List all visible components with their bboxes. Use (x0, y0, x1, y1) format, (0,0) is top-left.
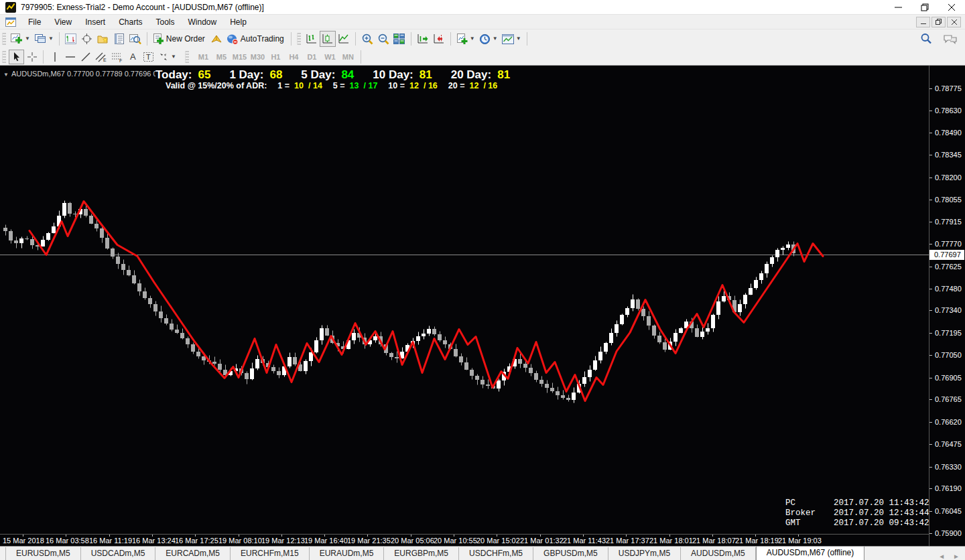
minimize-button[interactable] (885, 0, 911, 14)
timeframe-button-h1[interactable]: H1 (267, 53, 285, 61)
adr-stat: Today:65 (155, 68, 210, 82)
mdi-minimize-button[interactable] (916, 17, 930, 27)
clock-time: 2017.07.20 11:43:42 (834, 498, 929, 508)
time-axis-label: 19 Mar 12:13 (261, 537, 305, 545)
market-watch-button[interactable] (63, 31, 79, 47)
chart-plot-area[interactable] (0, 66, 929, 534)
terminal-button[interactable] (111, 31, 127, 47)
menu-item-insert[interactable]: Insert (78, 15, 112, 29)
timeframe-button-w1[interactable]: W1 (321, 53, 339, 61)
arrows-tool-button[interactable]: ▼ (156, 50, 178, 64)
data-window-button[interactable] (79, 31, 95, 47)
metaeditor-button[interactable] (208, 31, 224, 47)
auto-scroll-button[interactable] (415, 31, 431, 47)
chart-tab-bar: EURUSDm,M5USDCADm,M5EURCADm,M5EURCHFm,M1… (0, 546, 965, 560)
price-axis-tick: 0.77480 (929, 285, 965, 293)
time-axis-tick (109, 535, 110, 537)
timeframe-button-d1[interactable]: D1 (303, 53, 321, 61)
restore-button[interactable] (911, 0, 938, 14)
time-axis-label: 21 Mar 11:43 (563, 537, 606, 545)
vertical-line-button[interactable] (47, 50, 62, 64)
chart-tab-eurchfm-m15[interactable]: EURCHFm,M15 (231, 547, 310, 560)
text-label-button[interactable]: T (141, 50, 156, 64)
timeframe-button-m15[interactable]: M15 (231, 53, 249, 61)
line-chart-button[interactable] (336, 31, 352, 47)
new-order-button[interactable]: New Order (151, 31, 208, 47)
price-axis-tick: 0.77915 (929, 218, 965, 226)
chart-tab-eurgbpm-m5[interactable]: EURGBPm,M5 (384, 547, 459, 560)
menu-item-help[interactable]: Help (223, 15, 253, 29)
price-axis[interactable]: 0.787750.786300.784900.783450.782000.780… (929, 66, 965, 546)
time-axis-label: 20 Mar 15:02 (476, 537, 520, 545)
chart-tab-usdjpym-m5[interactable]: USDJPYm,M5 (608, 547, 681, 560)
tab-scroll-left-icon[interactable]: ◄ (938, 553, 945, 560)
navigator-button[interactable] (95, 31, 111, 47)
tile-windows-button[interactable] (391, 31, 407, 47)
chart-tab-gbpusdm-m5[interactable]: GBPUSDm,M5 (533, 547, 608, 560)
autotrading-button[interactable]: AutoTrading (224, 31, 287, 47)
cursor-button[interactable] (9, 50, 24, 64)
search-icon[interactable] (918, 31, 934, 47)
chart-tab-euraudm-m5[interactable]: EURAUDm,M5 (310, 547, 385, 560)
adr-valid-value: 10 (294, 81, 304, 90)
indicators-button[interactable]: ▼ (454, 31, 477, 47)
mdi-restore-button[interactable] (931, 17, 946, 27)
adr-valid-value: 12 (470, 81, 479, 90)
adr-valid-label: 10 = (388, 81, 405, 90)
trendline-button[interactable] (78, 50, 93, 64)
chart-tab-usdcadm-m5[interactable]: USDCADm,M5 (81, 547, 156, 560)
bar-chart-button[interactable] (304, 31, 320, 47)
templates-button[interactable]: ▼ (500, 31, 523, 47)
time-axis-label: 15 Mar 2018 (3, 537, 44, 545)
adr-stat: 5 Day:84 (301, 68, 354, 82)
periods-button[interactable]: ▼ (477, 31, 500, 47)
new-chart-button[interactable]: ▼ (9, 31, 32, 47)
tab-scroll-right-icon[interactable]: ► (953, 553, 960, 560)
fibonacci-button[interactable]: F (109, 50, 125, 64)
equidistant-channel-button[interactable]: E (93, 50, 109, 64)
crosshair-button[interactable] (24, 50, 40, 64)
adr-stat: 20 Day:81 (451, 68, 510, 82)
menu-item-charts[interactable]: Charts (112, 15, 149, 29)
chart-shift-button[interactable] (431, 31, 447, 47)
text-button[interactable]: A (125, 50, 141, 64)
chart-tab-audusdm-m5[interactable]: AUDUSDm,M5 (681, 547, 756, 560)
chart-tab-eurusdm-m5[interactable]: EURUSDm,M5 (5, 547, 81, 560)
clock-row: Broker2017.07.20 12:43:44 (785, 508, 929, 518)
zoom-out-button[interactable] (375, 31, 391, 47)
mdi-close-button[interactable] (947, 17, 961, 27)
menu-item-view[interactable]: View (48, 15, 78, 29)
time-axis-label: 21 Mar 17:37 (606, 537, 649, 545)
menu-item-window[interactable]: Window (182, 15, 224, 29)
close-button[interactable] (938, 0, 965, 14)
adr-stat-value: 81 (420, 68, 432, 82)
chart-tab-usdchfm-m5[interactable]: USDCHFm,M5 (459, 547, 533, 560)
clock-name: Broker (785, 508, 834, 518)
strategy-tester-button[interactable] (127, 31, 143, 47)
tab-scroll-arrows: ◄ ► (938, 553, 960, 560)
timeframe-button-mn[interactable]: MN (339, 53, 357, 61)
timeframe-button-m5[interactable]: M5 (212, 53, 231, 61)
clock-name: PC (785, 498, 834, 508)
timeframe-button-h4[interactable]: H4 (285, 53, 303, 61)
time-axis-label: 20 Mar 10:55 (434, 537, 477, 545)
toolbar-separator (43, 50, 44, 64)
time-axis[interactable]: 15 Mar 201816 Mar 03:5816 Mar 11:1916 Ma… (0, 535, 929, 546)
chart-tab-audusdm-m67-offline-[interactable]: AUDUSDm,M67 (offline) (756, 546, 864, 560)
zoom-in-button[interactable] (359, 31, 375, 47)
timeframe-button-m30[interactable]: M30 (249, 53, 267, 61)
standard-toolbar: ▼ ▼ New Order AutoTrading (0, 29, 965, 48)
timeframe-button-m1[interactable]: M1 (194, 53, 212, 61)
horizontal-line-button[interactable] (62, 50, 78, 64)
time-axis-label: 21 Mar 18:01 (649, 537, 693, 545)
chart-tab-eurcadm-m5[interactable]: EURCADm,M5 (155, 547, 231, 560)
adr-valid-label: 1 = (277, 81, 290, 90)
adr-valid-value: 12 (409, 81, 419, 90)
menu-item-tools[interactable]: Tools (149, 15, 182, 29)
community-chat-icon[interactable] (941, 31, 960, 47)
candlestick-chart-button[interactable] (320, 31, 336, 47)
price-axis-tick: 0.76330 (929, 463, 965, 471)
menu-item-file[interactable]: File (21, 15, 48, 29)
profiles-button[interactable]: ▼ (32, 31, 56, 47)
time-axis-tick (755, 535, 756, 537)
